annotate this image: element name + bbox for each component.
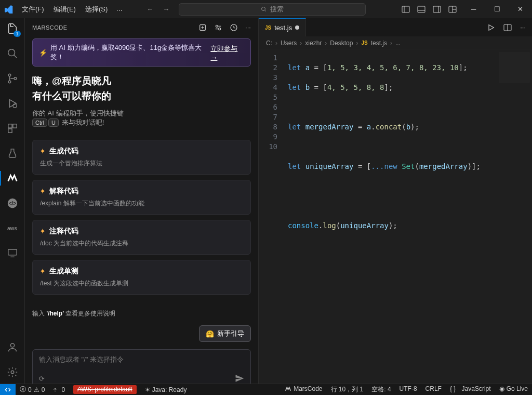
activity-aws-icon[interactable]: aws [0, 221, 25, 235]
menu-edit[interactable]: 编辑(E) [49, 3, 80, 16]
window-close-icon[interactable]: ✕ [509, 0, 532, 18]
panel-settings-icon[interactable] [214, 23, 222, 32]
svg-rect-18 [8, 124, 11, 128]
code-content[interactable]: let a = [1, 5, 3, 4, 5, 6, 7, 8, 23, 10]… [284, 50, 532, 384]
card-doc-code[interactable]: ✦注释代码 /doc 为当前选中的代码生成注释 [32, 220, 251, 255]
status-language-mode[interactable]: { } JavaScript [446, 385, 495, 392]
panel-more-icon[interactable]: ··· [245, 23, 251, 32]
toggle-primary-sidebar-icon[interactable] [402, 5, 410, 14]
search-placeholder: 搜索 [270, 5, 284, 14]
menu-bar: 文件(F) 编辑(E) 选择(S) … [18, 3, 126, 16]
status-cursor-position[interactable]: 行 10，列 1 [327, 385, 368, 394]
wave-emoji-icon: 🤗 [206, 330, 214, 338]
window-maximize-icon[interactable]: ☐ [485, 0, 509, 18]
activity-testing-icon[interactable] [0, 146, 25, 161]
status-aws[interactable]: AWS: profile:default [69, 384, 141, 395]
menu-selection[interactable]: 选择(S) [81, 3, 112, 16]
activity-extensions-icon[interactable] [0, 121, 25, 136]
greeting-line1: 嗨，@程序员晓凡 [32, 74, 251, 89]
activity-source-control-icon[interactable] [0, 71, 25, 86]
status-go-live[interactable]: ◉ Go Live [495, 385, 532, 392]
window-minimize-icon[interactable]: ─ [462, 0, 485, 18]
nav-forward-icon[interactable]: → [163, 5, 169, 13]
promo-banner[interactable]: ⚡ 用 AI 助力编码，赢取4090显卡、11g金条等惊喜大奖！ 立即参与 → [32, 38, 251, 67]
chat-input-box[interactable]: 输入消息或者 "/" 来选择指令 ⟳ [32, 349, 251, 389]
sparkle-icon: ✦ [40, 188, 45, 195]
toggle-secondary-sidebar-icon[interactable] [433, 5, 441, 14]
status-marscode[interactable]: MarsCode [281, 385, 326, 392]
card-desc: /explain 解释一下当前选中函数的功能 [40, 199, 243, 208]
crumb[interactable]: test.js [371, 40, 387, 47]
tab-test-js[interactable]: JS test.js [259, 18, 306, 36]
menu-file[interactable]: 文件(F) [18, 3, 48, 16]
guide-btn-label: 新手引导 [217, 329, 244, 338]
activity-search-icon[interactable] [0, 46, 25, 61]
nav-back-icon[interactable]: ← [147, 5, 153, 13]
card-title-text: 生成单测 [49, 267, 78, 276]
error-icon: ⓧ [20, 385, 26, 394]
crumb[interactable]: ... [395, 40, 401, 47]
svg-point-31 [219, 28, 221, 30]
svg-rect-6 [433, 6, 441, 12]
editor-area: JS test.js ··· C:› Users› xiezhr› Deskto… [259, 18, 532, 384]
activity-codegpt-icon[interactable]: </> [0, 196, 25, 210]
card-generate-code[interactable]: ✦生成代码 生成一个冒泡排序算法 [32, 140, 251, 175]
command-center-search[interactable]: 搜索 [179, 3, 366, 16]
run-file-icon[interactable] [487, 23, 495, 32]
svg-point-13 [8, 74, 11, 76]
svg-line-12 [14, 55, 17, 58]
crumb[interactable]: Users [281, 40, 297, 47]
crumb[interactable]: xiezhr [305, 40, 322, 47]
activity-account-icon[interactable] [0, 340, 25, 354]
beginner-guide-button[interactable]: 🤗 新手引导 [199, 325, 251, 342]
status-problems[interactable]: ⓧ0 ⚠0 [16, 384, 49, 395]
card-desc: 生成一个冒泡排序算法 [40, 159, 243, 168]
bolt-icon: ⚡ [39, 49, 47, 57]
new-chat-icon[interactable] [198, 23, 207, 32]
title-bar: 文件(F) 编辑(E) 选择(S) … ← → 搜索 ─ ☐ ✕ [0, 0, 532, 18]
panel-header-actions: ··· [198, 23, 251, 32]
status-indentation[interactable]: 空格: 4 [367, 385, 395, 394]
send-icon[interactable] [235, 374, 244, 383]
greeting-line2: 有什么可以帮你的 [32, 89, 251, 104]
remote-indicator-icon[interactable] [0, 384, 16, 395]
card-title-text: 解释代码 [49, 187, 78, 196]
activity-settings-icon[interactable] [0, 365, 25, 379]
help-hint-cmd: '/help' [46, 310, 64, 317]
svg-point-26 [11, 371, 14, 374]
panel-title: MARSCODE [32, 24, 198, 31]
sparkle-icon: ✦ [40, 228, 45, 235]
status-bar: ⓧ0 ⚠0 ᯤ0 AWS: profile:default ✶ Java: Re… [0, 384, 532, 395]
breadcrumb[interactable]: C:› Users› xiezhr› Desktop› JS test.js› … [259, 36, 532, 50]
status-eol[interactable]: CRLF [421, 385, 446, 392]
svg-rect-23 [8, 249, 17, 255]
code-editor[interactable]: 12345678910 let a = [1, 5, 3, 4, 5, 6, 7… [259, 50, 532, 384]
panel-header: MARSCODE ··· [25, 18, 258, 36]
menu-more-icon[interactable]: … [113, 3, 126, 16]
status-ports[interactable]: ᯤ0 [49, 384, 69, 395]
crumb[interactable]: Desktop [330, 40, 353, 47]
crumb[interactable]: C: [266, 40, 272, 47]
nav-arrows: ← → [147, 5, 169, 13]
customize-layout-icon[interactable] [448, 5, 457, 14]
split-editor-icon[interactable] [503, 23, 512, 32]
history-icon[interactable] [230, 23, 238, 32]
svg-rect-19 [12, 124, 16, 128]
toggle-panel-icon[interactable] [417, 5, 425, 14]
card-unit-test[interactable]: ✦生成单测 /test 为这段选中的函数生成单测 [32, 260, 251, 295]
card-desc: /test 为这段选中的函数生成单测 [40, 279, 243, 288]
activity-explorer-icon[interactable]: 1 [0, 21, 25, 36]
activity-run-debug-icon[interactable] [0, 96, 25, 111]
editor-more-icon[interactable]: ··· [520, 23, 526, 31]
kbd-after-text: 来与我对话吧! [62, 118, 104, 126]
minimap[interactable] [499, 52, 530, 83]
card-desc: /doc 为当前选中的代码生成注释 [40, 239, 243, 248]
promo-cta[interactable]: 立即参与 → [210, 44, 244, 61]
card-explain-code[interactable]: ✦解释代码 /explain 解释一下当前选中函数的功能 [32, 180, 251, 215]
activity-marscode-icon[interactable] [0, 171, 25, 186]
status-java[interactable]: ✶ Java: Ready [141, 384, 191, 395]
status-encoding[interactable]: UTF-8 [395, 385, 421, 392]
sparkle-icon: ✦ [40, 148, 45, 155]
activity-remote-explorer-icon[interactable] [0, 246, 25, 260]
sub-greet-text: 你的 AI 编程助手，使用快捷键 [32, 109, 124, 117]
